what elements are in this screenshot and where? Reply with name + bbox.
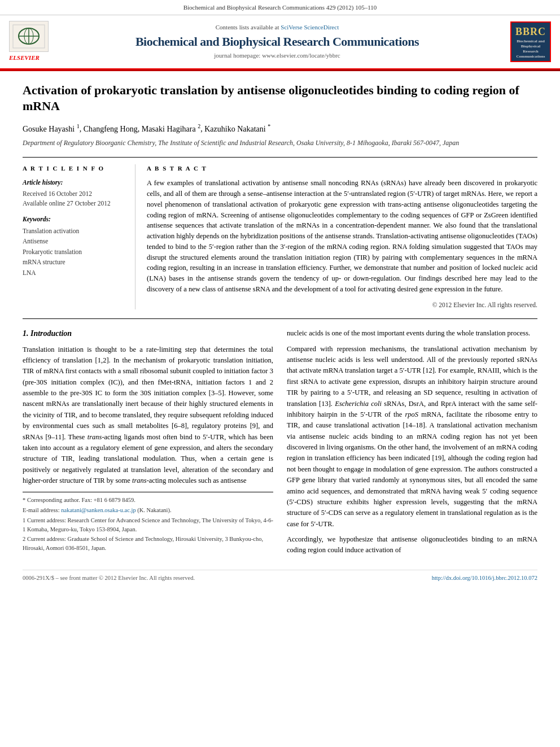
- doi-link[interactable]: http://dx.doi.org/10.1016/j.bbrc.2012.10…: [432, 575, 537, 581]
- keyword-5: LNA: [23, 268, 127, 278]
- body-divider: [23, 318, 537, 319]
- keyword-1: Translation activation: [23, 226, 127, 236]
- history-label: Article history:: [23, 178, 127, 187]
- body-left-col: 1. Introduction Translation initiation i…: [23, 328, 273, 561]
- intro-para-2: Compared with repression mechanisms, the…: [287, 344, 537, 530]
- corresponding-author: * Corresponding author. Fax: +81 6 6879 …: [23, 496, 273, 505]
- doi-line: http://dx.doi.org/10.1016/j.bbrc.2012.10…: [432, 574, 537, 582]
- sciverse-link[interactable]: SciVerse ScienceDirect: [281, 24, 339, 30]
- intro-para-3: Accordingly, we hypothesize that antisen…: [287, 534, 537, 556]
- intro-para-nucleic: nucleic acids is one of the most importa…: [287, 328, 537, 339]
- journal-header: ELSEVIER Contents lists available at Sci…: [0, 15, 560, 69]
- abstract-col: A B S T R A C T A few examples of transl…: [147, 164, 537, 309]
- keywords-block: Keywords: Translation activation Antisen…: [23, 215, 127, 278]
- abstract-text: A few examples of translational activati…: [147, 178, 537, 294]
- intro-heading: 1. Introduction: [23, 328, 273, 339]
- authors-line: Gosuke Hayashi 1, Changfeng Hong, Masaki…: [23, 123, 537, 135]
- footnote-1: 1 Current address: Research Center for A…: [23, 516, 273, 534]
- contents-availability: Contents lists available at SciVerse Sci…: [49, 23, 506, 32]
- page-footer: 0006-291X/$ – see front matter © 2012 El…: [23, 570, 537, 582]
- issn-line: 0006-291X/$ – see front matter © 2012 El…: [23, 574, 195, 582]
- keyword-2: Antisense: [23, 236, 127, 246]
- elsevier-icon: [9, 21, 49, 52]
- keyword-3: Prokaryotic translation: [23, 247, 127, 257]
- copyright-line: © 2012 Elsevier Inc. All rights reserved…: [147, 300, 537, 310]
- elsevier-label: ELSEVIER: [9, 54, 40, 63]
- homepage-url: journal homepage: www.elsevier.com/locat…: [49, 51, 506, 60]
- article-info-label: A R T I C L E I N F O: [23, 164, 127, 173]
- article-info-col: A R T I C L E I N F O Article history: R…: [23, 164, 135, 309]
- affiliation: Department of Regulatory Bioorganic Chem…: [23, 138, 537, 148]
- email-line: E-mail address: nakatani@sanken.osaka-u.…: [23, 506, 273, 515]
- footnote-2: 2 Current address: Graduate School of Sc…: [23, 535, 273, 553]
- bbrc-logo: BBRC Biochemical andBiophysical Research…: [506, 21, 551, 62]
- article-history-block: Article history: Received 16 October 201…: [23, 178, 127, 208]
- main-content: Activation of prokaryotic translation by…: [0, 71, 560, 593]
- keyword-4: mRNA structure: [23, 257, 127, 267]
- footnotes-section: * Corresponding author. Fax: +81 6 6879 …: [23, 492, 273, 553]
- abstract-label: A B S T R A C T: [147, 164, 537, 173]
- bbrc-subtitle: Biochemical andBiophysical ResearchCommu…: [514, 39, 548, 59]
- journal-citation: Biochemical and Biophysical Research Com…: [0, 0, 560, 15]
- keywords-label: Keywords:: [23, 215, 127, 224]
- intro-para-1: Translation initiation is thought to be …: [23, 344, 273, 487]
- received-date: Received 16 October 2012: [23, 189, 127, 199]
- elsevier-logo: ELSEVIER: [9, 21, 49, 63]
- bbrc-box: BBRC Biochemical andBiophysical Research…: [510, 21, 551, 62]
- info-abstract-section: A R T I C L E I N F O Article history: R…: [23, 157, 537, 309]
- body-right-col: nucleic acids is one of the most importa…: [287, 328, 537, 561]
- introduction-section: 1. Introduction Translation initiation i…: [23, 328, 537, 561]
- bbrc-letters: BBRC: [515, 24, 546, 39]
- journal-title: Biochemical and Biophysical Research Com…: [49, 34, 506, 49]
- header-center: Contents lists available at SciVerse Sci…: [49, 23, 506, 60]
- article-title: Activation of prokaryotic translation by…: [23, 82, 537, 115]
- available-date: Available online 27 October 2012: [23, 199, 127, 208]
- author-email-link[interactable]: nakatani@sanken.osaka-u.ac.jp: [61, 507, 135, 513]
